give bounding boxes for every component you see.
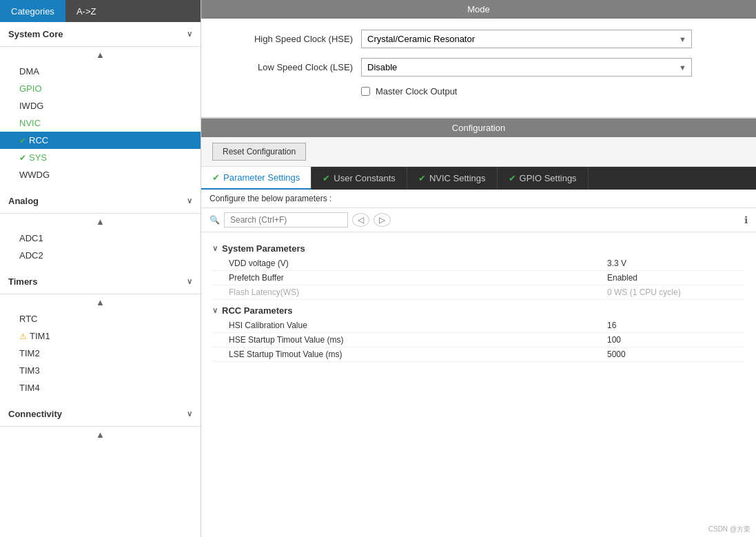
hse-select[interactable]: Crystal/Ceramic Resonator Disable BYPASS… [361,30,692,48]
sidebar-item-tim4[interactable]: TIM4 [0,379,201,396]
sidebar-item-iwdg[interactable]: IWDG [0,97,201,114]
mode-section: Mode High Speed Clock (HSE) Crystal/Cera… [201,0,756,119]
sidebar-tabs: Categories A->Z [0,0,201,22]
sidebar-item-rtc[interactable]: RTC [0,310,201,327]
section-connectivity[interactable]: Connectivity ∨ [0,402,201,427]
param-vdd-voltage: VDD voltage (V) 3.3 V [212,256,745,271]
user-constants-check-icon: ✔ [323,173,330,183]
param-lse-startup: LSE Startup Timout Value (ms) 5000 [212,347,745,362]
mode-title: Mode [201,0,756,19]
config-hint: Configure the below parameters : [201,190,756,208]
tab-gpio-settings[interactable]: ✔ GPIO Settings [498,167,589,190]
section-analog-scroll-up: ▲ [0,214,201,230]
tab-nvic-settings[interactable]: ✔ NVIC Settings [407,167,498,190]
sidebar-item-wwdg[interactable]: WWDG [0,166,201,183]
sys-check-icon: ✔ [19,153,26,163]
section-analog-chevron: ∨ [187,196,192,205]
tab-parameter-settings[interactable]: ✔ Parameter Settings [201,167,311,190]
sidebar: Categories A->Z System Core ∨ ▲ DMA GPIO… [0,0,201,537]
rcc-check-circle-icon: ✔ [19,136,26,145]
tab-user-constants[interactable]: ✔ User Constants [311,167,407,190]
section-analog[interactable]: Analog ∨ [0,189,201,214]
tab-az[interactable]: A->Z [65,0,108,22]
nvic-settings-check-icon: ✔ [418,173,426,183]
watermark: CSDN @方栗 [708,525,750,534]
hse-row: High Speed Clock (HSE) Crystal/Ceramic R… [215,30,742,48]
sidebar-item-dma[interactable]: DMA [0,63,201,80]
search-bar: 🔍 ◁ ▷ ℹ [201,208,756,232]
group-system-parameters[interactable]: ∨ System Parameters [212,243,745,254]
tab-categories[interactable]: Categories [0,0,65,22]
param-hsi-calibration: HSI Calibration Value 16 [212,318,745,333]
param-hse-startup: HSE Startup Timout Value (ms) 100 [212,333,745,347]
params-content: ∨ System Parameters VDD voltage (V) 3.3 … [201,232,756,537]
sidebar-item-adc2[interactable]: ADC2 [0,247,201,264]
section-system-core-scroll-up: ▲ [0,47,201,63]
hse-select-wrapper: Crystal/Ceramic Resonator Disable BYPASS… [361,30,692,48]
hse-label: High Speed Clock (HSE) [215,34,353,44]
info-icon[interactable]: ℹ [744,214,748,225]
master-clock-row: Master Clock Output [215,86,742,97]
search-input[interactable] [224,212,348,227]
search-next-button[interactable]: ▷ [374,213,391,227]
section-timers-label: Timers [8,276,37,287]
sidebar-item-gpio[interactable]: GPIO [0,80,201,97]
main-panel: Mode High Speed Clock (HSE) Crystal/Cera… [201,0,756,537]
system-params-toggle-icon: ∨ [212,244,218,253]
sidebar-item-adc1[interactable]: ADC1 [0,230,201,247]
tim1-warning-icon: ⚠ [19,332,27,341]
reset-config-button[interactable]: Reset Configuration [212,143,306,161]
config-tabs: ✔ Parameter Settings ✔ User Constants ✔ … [201,167,756,190]
section-system-core-chevron: ∨ [187,30,192,39]
sidebar-item-tim1[interactable]: ⚠ TIM1 [0,327,201,345]
section-system-core-label: System Core [8,29,63,39]
search-prev-button[interactable]: ◁ [352,213,369,227]
param-flash-latency: Flash Latency(WS) 0 WS (1 CPU cycle) [212,285,745,300]
master-clock-label: Master Clock Output [376,86,458,97]
config-section: Configuration Reset Configuration ✔ Para… [201,119,756,537]
sidebar-item-sys[interactable]: ✔ SYS [0,149,201,166]
search-icon: 🔍 [210,215,220,225]
mode-content: High Speed Clock (HSE) Crystal/Ceramic R… [201,19,756,117]
gpio-settings-check-icon: ✔ [509,173,516,183]
section-system-core[interactable]: System Core ∨ [0,22,201,47]
section-connectivity-chevron: ∨ [187,409,192,418]
section-timers[interactable]: Timers ∨ [0,270,201,294]
section-timers-chevron: ∨ [187,277,192,286]
sidebar-content: System Core ∨ ▲ DMA GPIO IWDG NVIC ✔ RCC… [0,22,201,537]
param-settings-check-icon: ✔ [212,172,220,183]
sidebar-item-nvic[interactable]: NVIC [0,114,201,132]
section-timers-scroll-up: ▲ [0,294,201,310]
rcc-params-toggle-icon: ∨ [212,306,218,315]
lse-select-wrapper: Disable BYPASS Clock Source Crystal/Cera… [361,58,692,77]
section-connectivity-label: Connectivity [8,409,62,419]
config-title: Configuration [201,119,756,137]
lse-select[interactable]: Disable BYPASS Clock Source Crystal/Cera… [361,58,692,77]
param-prefetch-buffer: Prefetch Buffer Enabled [212,271,745,285]
section-analog-label: Analog [8,196,39,206]
sidebar-item-tim3[interactable]: TIM3 [0,362,201,379]
sidebar-item-rcc[interactable]: ✔ RCC [0,132,201,149]
sidebar-item-tim2[interactable]: TIM2 [0,345,201,362]
section-connectivity-scroll-up: ▲ [0,427,201,443]
group-rcc-parameters[interactable]: ∨ RCC Parameters [212,305,745,316]
reset-config-bar: Reset Configuration [201,137,756,167]
lse-label: Low Speed Clock (LSE) [215,62,353,72]
lse-row: Low Speed Clock (LSE) Disable BYPASS Clo… [215,58,742,77]
master-clock-checkbox[interactable] [361,87,370,96]
